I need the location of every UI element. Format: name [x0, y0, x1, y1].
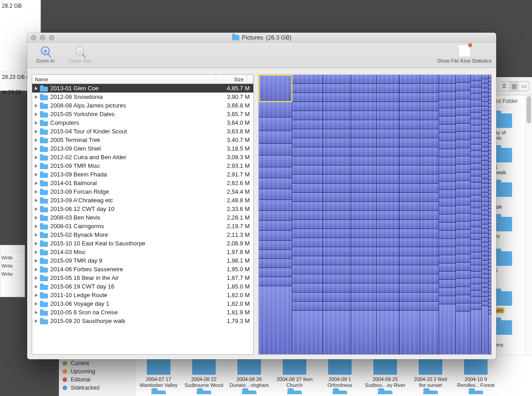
treemap-cell[interactable] [482, 188, 488, 193]
treemap-cell[interactable] [488, 140, 491, 144]
treemap-cell[interactable] [292, 274, 323, 284]
treemap-cell[interactable] [351, 238, 376, 247]
treemap-cell[interactable] [488, 245, 491, 249]
treemap-cell[interactable] [482, 193, 488, 197]
treemap-cell[interactable] [323, 147, 351, 156]
treemap-cell[interactable] [482, 256, 488, 261]
treemap-cell[interactable] [259, 178, 292, 189]
treemap-cell[interactable] [488, 253, 491, 256]
treemap-cell[interactable] [323, 274, 351, 284]
treemap-cell[interactable] [400, 138, 420, 147]
treemap-cell[interactable] [377, 147, 400, 156]
treemap-cell[interactable] [488, 137, 491, 140]
treemap-cell[interactable] [488, 224, 491, 227]
treemap-cell[interactable] [439, 117, 455, 125]
treemap-cell[interactable] [482, 134, 488, 138]
treemap-cell[interactable] [377, 138, 400, 147]
treemap-cell[interactable] [377, 256, 400, 265]
treemap-cell[interactable] [471, 176, 482, 183]
treemap-cell[interactable] [456, 148, 470, 156]
treemap-cell[interactable] [439, 272, 455, 280]
treemap-cell[interactable] [377, 311, 400, 354]
treemap-cell[interactable] [292, 120, 323, 129]
list-row[interactable]: 2014-03 Misc1,97.8 M [32, 248, 253, 256]
treemap-cell[interactable] [488, 205, 491, 209]
disclosure-triangle-icon[interactable] [34, 224, 39, 229]
treemap-cell[interactable] [400, 184, 420, 193]
treemap-cell[interactable] [351, 120, 376, 129]
treemap-cell[interactable] [488, 209, 491, 213]
treemap-cell[interactable] [482, 197, 488, 202]
treemap-cell[interactable] [400, 302, 420, 311]
treemap-cell[interactable] [439, 190, 455, 198]
treemap-cell[interactable] [482, 220, 488, 225]
treemap-cell[interactable] [471, 208, 482, 215]
treemap-cell[interactable] [377, 211, 400, 220]
treemap-cell[interactable] [456, 83, 470, 91]
treemap-cell[interactable] [292, 75, 323, 84]
treemap-cell[interactable] [439, 75, 455, 84]
treemap-cell[interactable] [292, 175, 323, 184]
treemap-cell[interactable] [323, 166, 351, 175]
treemap-cell[interactable] [420, 102, 438, 111]
treemap-cell[interactable] [377, 274, 400, 284]
treemap-cell[interactable] [439, 264, 455, 272]
treemap-cell[interactable] [351, 175, 376, 184]
treemap-cell[interactable] [377, 129, 400, 138]
treemap-cell[interactable] [488, 202, 491, 205]
treemap-cell[interactable] [482, 225, 488, 229]
treemap-cell[interactable] [377, 193, 400, 202]
treemap-cell[interactable] [400, 75, 420, 84]
list-row[interactable]: 2015-09 20 Sausthorpe walk1,79.3 M [32, 317, 253, 325]
treemap-cell[interactable] [420, 293, 438, 302]
disclosure-triangle-icon[interactable] [34, 147, 39, 151]
treemap-cell[interactable] [439, 255, 455, 264]
treemap-cell[interactable] [292, 93, 323, 102]
treemap-cell[interactable] [488, 129, 491, 133]
treemap-cell[interactable] [292, 265, 323, 274]
treemap-cell[interactable] [488, 227, 491, 231]
treemap-cell[interactable] [482, 261, 488, 265]
treemap-cell[interactable] [439, 174, 455, 182]
treemap-cell[interactable] [456, 91, 470, 99]
list-row[interactable]: 2015-05 Yorkshire Dales3,65.7 M [32, 110, 253, 118]
treemap-column[interactable] [439, 75, 456, 354]
treemap-cell[interactable] [471, 151, 482, 157]
treemap-cell[interactable] [420, 184, 438, 193]
treemap-cell[interactable] [482, 247, 488, 252]
treemap-cell[interactable] [456, 140, 470, 148]
treemap-cell[interactable] [456, 295, 470, 303]
treemap-cell[interactable] [351, 84, 376, 93]
treemap-cell[interactable] [471, 75, 482, 81]
treemap-cell[interactable] [488, 108, 491, 111]
treemap-cell[interactable] [377, 111, 400, 120]
tag-item[interactable]: Upcoming [63, 368, 132, 375]
treemap-cell[interactable] [471, 259, 482, 265]
view-mode-segment[interactable]: ☰ ▥ ▭ [498, 81, 529, 91]
treemap-cell[interactable] [471, 119, 482, 126]
treemap-cell[interactable] [482, 284, 488, 288]
treemap-cell[interactable] [351, 202, 376, 211]
list-row[interactable]: 2008-03 Ben Nevis2,28.1 M [32, 213, 253, 222]
treemap-cell[interactable] [259, 167, 292, 178]
list-row[interactable]: 2013-09 Glen Shiel3,18.5 M [32, 144, 253, 153]
treemap-cell[interactable] [439, 125, 455, 133]
treemap-cell[interactable] [400, 147, 420, 156]
treemap-cell[interactable] [471, 253, 482, 259]
disclosure-triangle-icon[interactable] [34, 121, 39, 125]
treemap-cell[interactable] [488, 118, 491, 122]
treemap-cell[interactable] [482, 107, 488, 111]
treemap-cell[interactable] [420, 220, 438, 229]
treemap-cell[interactable] [456, 156, 470, 165]
treemap-cell[interactable] [323, 211, 351, 220]
treemap-cell[interactable] [456, 132, 470, 140]
treemap-column[interactable] [351, 75, 377, 354]
treemap-cell[interactable] [482, 229, 488, 234]
list-header[interactable]: Name Size [32, 75, 253, 84]
treemap-cell[interactable] [488, 191, 491, 195]
treemap-cell[interactable] [323, 138, 351, 147]
treemap-cell[interactable] [488, 111, 491, 115]
treemap-cell[interactable] [420, 75, 438, 84]
treemap-cell[interactable] [439, 215, 455, 223]
treemap-cell[interactable] [471, 107, 482, 113]
